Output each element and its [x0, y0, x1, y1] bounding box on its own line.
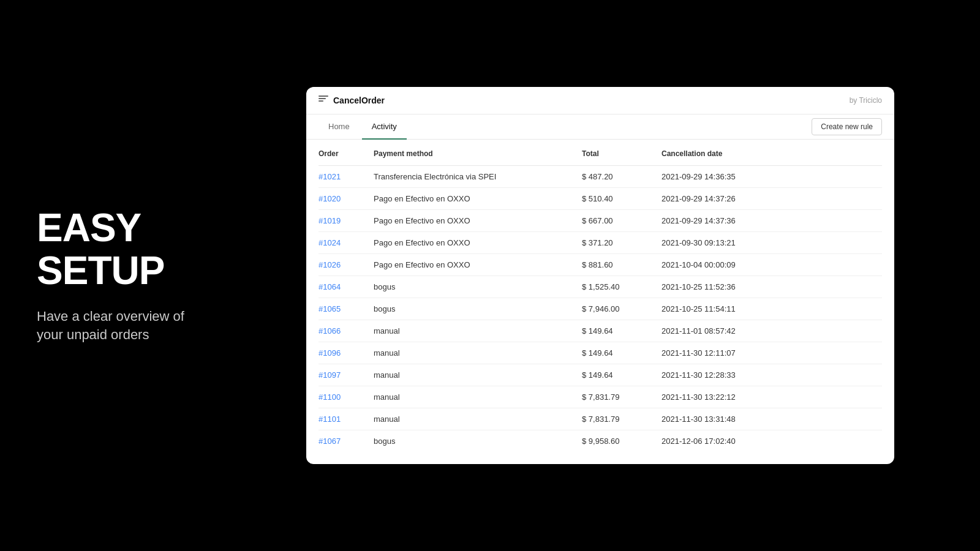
cell-order[interactable]: #1065 — [318, 298, 374, 320]
cell-payment: manual — [374, 408, 582, 430]
table-row: #1067bogus$ 9,958.602021-12-06 17:02:40 — [318, 430, 882, 452]
cell-total: $ 149.64 — [582, 320, 662, 342]
cell-date: 2021-11-01 08:57:42 — [662, 320, 882, 342]
cell-payment: Pago en Efectivo en OXXO — [374, 254, 582, 276]
cell-order[interactable]: #1064 — [318, 276, 374, 298]
order-link[interactable]: #1024 — [318, 238, 341, 247]
hero-title: EASY SETUP — [37, 206, 196, 293]
cell-date: 2021-09-30 09:13:21 — [662, 232, 882, 254]
order-link[interactable]: #1065 — [318, 304, 341, 313]
cell-date: 2021-09-29 14:37:36 — [662, 210, 882, 232]
cell-total: $ 487.20 — [582, 166, 662, 188]
cell-date: 2021-11-30 12:28:33 — [662, 364, 882, 386]
table-body: #1021Transferencia Electrónica via SPEI$… — [318, 166, 882, 452]
order-link[interactable]: #1101 — [318, 414, 341, 424]
order-link[interactable]: #1019 — [318, 216, 341, 225]
window-title-area: CancelOrder — [318, 96, 385, 105]
cell-payment: Pago en Efectivo en OXXO — [374, 188, 582, 210]
order-link[interactable]: #1064 — [318, 282, 341, 291]
cell-date: 2021-09-29 14:36:35 — [662, 166, 882, 188]
col-header-payment: Payment method — [374, 140, 582, 166]
cell-total: $ 667.00 — [582, 210, 662, 232]
cell-order[interactable]: #1101 — [318, 408, 374, 430]
cell-payment: Pago en Efectivo en OXXO — [374, 210, 582, 232]
cell-payment: bogus — [374, 430, 582, 452]
left-panel: EASY SETUP Have a clear overview of your… — [0, 170, 233, 381]
order-link[interactable]: #1096 — [318, 348, 341, 358]
cell-order[interactable]: #1096 — [318, 342, 374, 364]
cell-total: $ 7,831.79 — [582, 408, 662, 430]
cell-order[interactable]: #1019 — [318, 210, 374, 232]
cell-order[interactable]: #1026 — [318, 254, 374, 276]
order-link[interactable]: #1026 — [318, 260, 341, 269]
cell-total: $ 7,946.00 — [582, 298, 662, 320]
cell-date: 2021-09-29 14:37:26 — [662, 188, 882, 210]
cell-payment: manual — [374, 342, 582, 364]
cell-order[interactable]: #1020 — [318, 188, 374, 210]
cell-order[interactable]: #1097 — [318, 364, 374, 386]
table-row: #1026Pago en Efectivo en OXXO$ 881.60202… — [318, 254, 882, 276]
cell-date: 2021-11-30 13:31:48 — [662, 408, 882, 430]
table-row: #1096manual$ 149.642021-11-30 12:11:07 — [318, 342, 882, 364]
table-row: #1019Pago en Efectivo en OXXO$ 667.00202… — [318, 210, 882, 232]
table-container: Order Payment method Total Cancellation … — [306, 140, 894, 464]
table-row: #1064bogus$ 1,525.402021-10-25 11:52:36 — [318, 276, 882, 298]
table-row: #1066manual$ 149.642021-11-01 08:57:42 — [318, 320, 882, 342]
cell-total: $ 7,831.79 — [582, 386, 662, 408]
hero-subtitle: Have a clear overview of your unpaid ord… — [37, 307, 196, 345]
table-row: #1020Pago en Efectivo en OXXO$ 510.40202… — [318, 188, 882, 210]
cell-total: $ 371.20 — [582, 232, 662, 254]
right-panel: CancelOrder by Triciclo Home Activity Cr… — [233, 75, 980, 476]
table-row: #1100manual$ 7,831.792021-11-30 13:22:12 — [318, 386, 882, 408]
grid-icon — [318, 96, 328, 105]
cell-date: 2021-10-25 11:54:11 — [662, 298, 882, 320]
table-row: #1024Pago en Efectivo en OXXO$ 371.20202… — [318, 232, 882, 254]
cell-date: 2021-11-30 13:22:12 — [662, 386, 882, 408]
app-title: CancelOrder — [333, 96, 385, 105]
tabs-container: Home Activity — [318, 114, 407, 139]
cell-order[interactable]: #1067 — [318, 430, 374, 452]
cell-total: $ 9,958.60 — [582, 430, 662, 452]
cell-payment: Pago en Efectivo en OXXO — [374, 232, 582, 254]
table-row: #1065bogus$ 7,946.002021-10-25 11:54:11 — [318, 298, 882, 320]
order-link[interactable]: #1066 — [318, 326, 341, 335]
cell-total: $ 881.60 — [582, 254, 662, 276]
col-header-date: Cancellation date — [662, 140, 882, 166]
cell-payment: manual — [374, 386, 582, 408]
tab-bar: Home Activity Create new rule — [306, 114, 894, 140]
window-header: CancelOrder by Triciclo — [306, 87, 894, 114]
order-link[interactable]: #1067 — [318, 437, 341, 446]
tab-home[interactable]: Home — [318, 114, 360, 140]
cell-total: $ 149.64 — [582, 364, 662, 386]
attribution: by Triciclo — [850, 96, 882, 105]
cell-order[interactable]: #1066 — [318, 320, 374, 342]
order-link[interactable]: #1021 — [318, 172, 341, 181]
cell-order[interactable]: #1024 — [318, 232, 374, 254]
cell-payment: Transferencia Electrónica via SPEI — [374, 166, 582, 188]
col-header-order: Order — [318, 140, 374, 166]
cell-date: 2021-10-25 11:52:36 — [662, 276, 882, 298]
order-link[interactable]: #1020 — [318, 194, 341, 203]
table-row: #1097manual$ 149.642021-11-30 12:28:33 — [318, 364, 882, 386]
cell-total: $ 1,525.40 — [582, 276, 662, 298]
cell-payment: manual — [374, 364, 582, 386]
tab-activity[interactable]: Activity — [362, 114, 407, 140]
cell-order[interactable]: #1021 — [318, 166, 374, 188]
create-new-rule-button[interactable]: Create new rule — [812, 118, 882, 135]
cell-payment: bogus — [374, 298, 582, 320]
order-link[interactable]: #1100 — [318, 392, 341, 402]
order-link[interactable]: #1097 — [318, 370, 341, 380]
cell-total: $ 510.40 — [582, 188, 662, 210]
cell-payment: manual — [374, 320, 582, 342]
cell-date: 2021-10-04 00:00:09 — [662, 254, 882, 276]
orders-table: Order Payment method Total Cancellation … — [318, 140, 882, 452]
cell-date: 2021-12-06 17:02:40 — [662, 430, 882, 452]
cell-date: 2021-11-30 12:11:07 — [662, 342, 882, 364]
table-row: #1101manual$ 7,831.792021-11-30 13:31:48 — [318, 408, 882, 430]
cell-payment: bogus — [374, 276, 582, 298]
col-header-total: Total — [582, 140, 662, 166]
app-window: CancelOrder by Triciclo Home Activity Cr… — [306, 87, 894, 464]
cell-total: $ 149.64 — [582, 342, 662, 364]
cell-order[interactable]: #1100 — [318, 386, 374, 408]
table-header-row: Order Payment method Total Cancellation … — [318, 140, 882, 166]
